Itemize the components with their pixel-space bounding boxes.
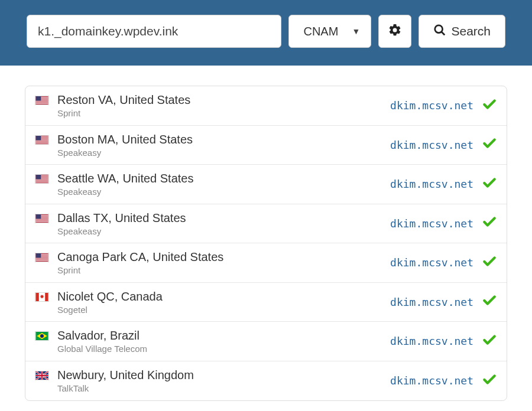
- provider-name: Sprint: [57, 265, 390, 276]
- result-value: dkim.mcsv.net: [390, 256, 473, 269]
- location-column: Boston MA, United StatesSpeakeasy: [57, 132, 390, 159]
- provider-name: Speakeasy: [57, 186, 390, 198]
- svg-rect-39: [36, 259, 48, 260]
- svg-rect-31: [36, 220, 48, 220]
- success-check-icon: [482, 175, 497, 193]
- result-row[interactable]: Salvador, BrazilGlobal Village Telecomdk…: [25, 322, 507, 361]
- result-row[interactable]: Boston MA, United StatesSpeakeasydkim.mc…: [25, 126, 507, 165]
- us-flag-icon: [35, 174, 49, 184]
- gb-flag-icon: [35, 371, 49, 380]
- result-value: dkim.mcsv.net: [390, 217, 473, 230]
- result-value: dkim.mcsv.net: [390, 296, 473, 308]
- svg-rect-17: [36, 136, 41, 141]
- search-icon: [433, 24, 446, 40]
- svg-rect-25: [36, 175, 41, 180]
- svg-point-0: [435, 25, 443, 32]
- provider-name: Sogetel: [57, 304, 390, 316]
- location-name: Salvador, Brazil: [57, 328, 390, 343]
- us-flag-icon: [35, 135, 49, 145]
- settings-button[interactable]: [378, 15, 411, 48]
- search-button-label: Search: [451, 24, 491, 38]
- svg-rect-32: [36, 221, 48, 221]
- location-name: Seattle WA, United States: [57, 171, 390, 186]
- svg-rect-44: [45, 293, 48, 301]
- result-row[interactable]: Newbury, United KingdomTalkTalkdkim.mcsv…: [25, 361, 507, 400]
- location-name: Canoga Park CA, United States: [57, 249, 390, 265]
- svg-rect-41: [36, 253, 41, 258]
- provider-name: Speakeasy: [57, 226, 390, 237]
- success-check-icon: [482, 372, 497, 390]
- location-column: Dallas TX, United StatesSpeakeasy: [57, 210, 390, 237]
- us-flag-icon: [35, 253, 49, 262]
- ca-flag-icon: [35, 292, 49, 302]
- svg-rect-24: [36, 182, 48, 182]
- br-flag-icon: [35, 331, 49, 341]
- search-header: CNAME ▼ Search: [0, 0, 532, 66]
- location-column: Nicolet QC, CanadaSogetel: [57, 289, 390, 316]
- results-list: Reston VA, United StatesSprintdkim.mcsv.…: [25, 86, 507, 401]
- search-button[interactable]: Search: [419, 15, 505, 48]
- us-flag-icon: [35, 214, 49, 223]
- provider-name: TalkTalk: [57, 383, 390, 394]
- location-name: Dallas TX, United States: [57, 210, 390, 226]
- success-check-icon: [482, 293, 497, 311]
- svg-rect-9: [36, 96, 41, 101]
- svg-rect-23: [36, 181, 48, 181]
- location-name: Reston VA, United States: [57, 92, 390, 107]
- result-value: dkim.mcsv.net: [390, 99, 473, 112]
- record-type-select[interactable]: CNAME ▼: [288, 15, 371, 48]
- domain-input[interactable]: [27, 15, 281, 48]
- success-check-icon: [482, 136, 497, 154]
- location-name: Nicolet QC, Canada: [57, 289, 390, 304]
- result-value: dkim.mcsv.net: [390, 335, 473, 347]
- location-name: Boston MA, United States: [57, 132, 390, 147]
- result-value: dkim.mcsv.net: [390, 139, 473, 151]
- svg-rect-52: [36, 374, 48, 376]
- result-value: dkim.mcsv.net: [390, 374, 473, 387]
- result-row[interactable]: Seattle WA, United StatesSpeakeasydkim.m…: [25, 165, 507, 204]
- svg-rect-38: [36, 258, 48, 259]
- svg-rect-15: [36, 141, 48, 142]
- success-check-icon: [482, 332, 497, 350]
- result-value: dkim.mcsv.net: [390, 178, 473, 190]
- provider-name: Global Village Telecom: [57, 343, 390, 355]
- chevron-down-icon: ▼: [352, 27, 361, 36]
- location-name: Newbury, United Kingdom: [57, 367, 390, 383]
- location-column: Canoga Park CA, United StatesSprint: [57, 249, 390, 276]
- svg-rect-40: [36, 260, 48, 261]
- result-row[interactable]: Dallas TX, United StatesSpeakeasydkim.mc…: [25, 204, 507, 244]
- location-column: Newbury, United KingdomTalkTalk: [57, 367, 390, 394]
- gear-icon: [388, 23, 402, 40]
- svg-line-1: [442, 31, 445, 35]
- success-check-icon: [482, 254, 497, 272]
- success-check-icon: [482, 214, 497, 232]
- location-column: Salvador, BrazilGlobal Village Telecom: [57, 328, 390, 355]
- svg-rect-30: [36, 218, 48, 219]
- success-check-icon: [482, 97, 497, 115]
- result-row[interactable]: Reston VA, United StatesSprintdkim.mcsv.…: [25, 86, 507, 126]
- svg-rect-43: [36, 293, 39, 301]
- svg-rect-33: [36, 214, 41, 219]
- svg-point-47: [40, 334, 44, 338]
- provider-name: Speakeasy: [57, 147, 390, 159]
- us-flag-icon: [35, 96, 49, 105]
- record-type-value: CNAME: [303, 25, 339, 38]
- location-column: Reston VA, United StatesSprint: [57, 92, 390, 119]
- svg-rect-14: [36, 140, 48, 141]
- result-row[interactable]: Nicolet QC, CanadaSogeteldkim.mcsv.net: [25, 283, 507, 322]
- svg-rect-8: [36, 103, 48, 104]
- location-column: Seattle WA, United StatesSpeakeasy: [57, 171, 390, 198]
- svg-rect-22: [36, 180, 48, 180]
- results-container: Reston VA, United StatesSprintdkim.mcsv.…: [0, 66, 532, 401]
- svg-rect-16: [36, 142, 48, 143]
- svg-rect-7: [36, 102, 48, 103]
- result-row[interactable]: Canoga Park CA, United StatesSprintdkim.…: [25, 243, 507, 283]
- svg-rect-6: [36, 101, 48, 102]
- provider-name: Sprint: [57, 107, 390, 119]
